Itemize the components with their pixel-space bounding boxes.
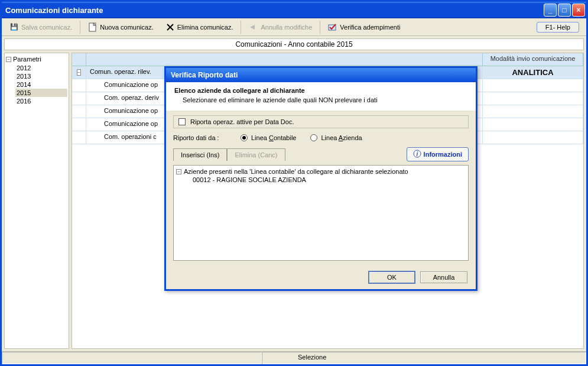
- tree-year[interactable]: 2012: [15, 64, 67, 72]
- dialog-subheading: Selezionare ed eliminare le aziende dall…: [183, 96, 467, 103]
- radio-row: Riporto dati da : Linea Contabile Linea …: [173, 132, 469, 144]
- svg-text:i: i: [416, 151, 418, 157]
- radio-text: Linea Azienda: [321, 134, 362, 141]
- radio-linea-contabile[interactable]: Linea Contabile: [241, 134, 296, 141]
- verify-icon: [328, 22, 337, 32]
- year-header: Comunicazioni - Anno contabile 2015: [4, 38, 584, 50]
- undo-button: Annulla modifiche: [243, 20, 317, 34]
- tree-root-label: Parametri: [13, 56, 41, 63]
- tree-year[interactable]: 2013: [15, 72, 67, 80]
- status-cell-left: [2, 352, 262, 364]
- collapse-icon[interactable]: −: [176, 169, 181, 174]
- radio-text: Linea Contabile: [251, 134, 296, 141]
- help-button[interactable]: F1- Help: [537, 22, 579, 33]
- window-buttons: _ □ ×: [544, 4, 585, 17]
- new-icon: [88, 22, 98, 32]
- status-cell-selezione: Selezione: [262, 352, 586, 364]
- grid-cell-mod: ANALITICA: [483, 66, 583, 79]
- tree-panel: − Parametri 2012 2013 2014 2015 2016: [4, 53, 69, 349]
- undo-icon: [249, 22, 258, 32]
- grid-header-desc: [86, 53, 483, 66]
- close-button[interactable]: ×: [572, 4, 585, 17]
- tree-children: 2012 2013 2014 2015 2016: [15, 64, 67, 105]
- radio-linea-azienda[interactable]: Linea Azienda: [310, 134, 362, 141]
- collapse-icon[interactable]: −: [6, 57, 11, 62]
- undo-label: Annulla modifiche: [261, 24, 312, 31]
- status-bar: Selezione: [2, 351, 586, 364]
- verify-button[interactable]: Verifica adempimenti: [323, 20, 405, 34]
- checkbox-row[interactable]: Riporta operaz. attive per Data Doc.: [173, 115, 469, 128]
- ok-button[interactable]: OK: [368, 271, 415, 284]
- delete-list-button: Elimina (Canc): [227, 148, 285, 161]
- cancel-button[interactable]: Annulla: [420, 271, 467, 283]
- titlebar: Comunicazioni dichiarante _ □ ×: [2, 2, 586, 18]
- dialog-title: Verifica Riporto dati: [166, 68, 476, 82]
- dialog-verifica-riporto: Verifica Riporto dati Elenco aziende da …: [164, 66, 477, 291]
- save-button: 💾 Salva comunicaz.: [4, 20, 77, 34]
- new-button[interactable]: Nuova comunicaz.: [83, 20, 159, 34]
- maximize-button[interactable]: □: [558, 4, 571, 17]
- radio-icon[interactable]: [310, 134, 317, 141]
- verify-label: Verifica adempimenti: [340, 24, 400, 31]
- expand-icon[interactable]: −: [72, 66, 86, 79]
- toolbar: 💾 Salva comunicaz. Nuova comunicaz. Elim…: [2, 18, 586, 36]
- insert-button[interactable]: Inserisci (Ins): [173, 148, 227, 161]
- list-root-label: Aziende presenti nella 'Linea contabile'…: [184, 168, 408, 175]
- tree-year[interactable]: 2014: [15, 80, 67, 89]
- new-label: Nuova comunicaz.: [100, 24, 154, 31]
- dialog-footer: OK Annulla: [166, 265, 476, 289]
- save-label: Salva comunicaz.: [21, 24, 72, 31]
- grid-header: Modalità invio comunicazione: [72, 53, 583, 66]
- radio-label: Riporto dati da :: [173, 134, 226, 141]
- window-title: Comunicazioni dichiarante: [5, 6, 544, 15]
- list-root[interactable]: − Aziende presenti nella 'Linea contabil…: [176, 168, 466, 175]
- info-icon: i: [413, 150, 421, 159]
- delete-button[interactable]: Elimina comunicaz.: [160, 20, 239, 34]
- button-row: Inserisci (Ins) Elimina (Canc) i Informa…: [173, 147, 469, 161]
- info-button[interactable]: i Informazioni: [407, 147, 469, 161]
- delete-icon: [165, 22, 175, 32]
- dialog-heading: Elenco aziende da collegare al dichiaran…: [174, 87, 467, 94]
- tree-root[interactable]: − Parametri: [6, 56, 67, 63]
- checkbox-icon[interactable]: [178, 118, 186, 125]
- grid-header-expand: [72, 53, 86, 66]
- save-icon: 💾: [9, 22, 19, 32]
- delete-label: Elimina comunicaz.: [177, 24, 233, 31]
- checkbox-label: Riporta operaz. attive per Data Doc.: [190, 118, 294, 125]
- tree-year[interactable]: 2016: [15, 97, 67, 105]
- company-list[interactable]: − Aziende presenti nella 'Linea contabil…: [173, 165, 469, 261]
- radio-icon[interactable]: [241, 134, 248, 141]
- list-item[interactable]: 00012 - RAGIONE SOCIALE AZIENDA: [193, 176, 466, 183]
- info-label: Informazioni: [424, 151, 462, 158]
- tree-year-selected[interactable]: 2015: [15, 89, 67, 97]
- minimize-button[interactable]: _: [544, 4, 557, 17]
- dialog-header: Elenco aziende da collegare al dichiaran…: [166, 82, 476, 111]
- grid-header-mod[interactable]: Modalità invio comunicazione: [483, 53, 583, 66]
